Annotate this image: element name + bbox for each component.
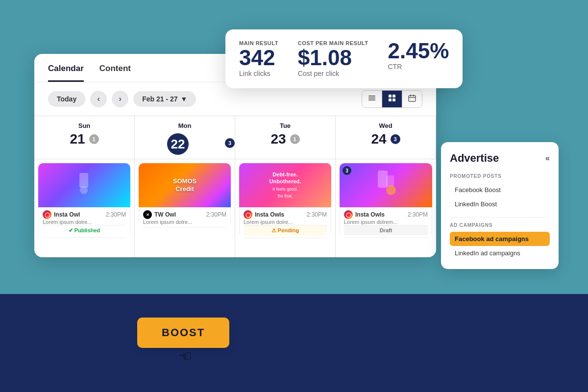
bg-strip xyxy=(0,294,588,392)
svg-rect-1 xyxy=(368,98,375,98)
post-name-wed: Insta Owls xyxy=(355,211,385,218)
adv-divider xyxy=(450,217,550,218)
range-button[interactable]: Feb 21 - 27 ▼ xyxy=(133,91,196,107)
post-info-sun: ◯ Insta Owl 2:30PM Lorem ipsum dolre... … xyxy=(38,207,130,238)
tw-icon-mon: ✕ xyxy=(143,210,152,219)
ig-icon-wed: ◯ xyxy=(344,210,353,219)
post-card-mon[interactable]: SOMOSCredit ✕ TW Owl 2:30PM Lorem ipsum … xyxy=(139,163,231,227)
day-posts-wed: 3 ◯ Insta Owls 2:30PM Lorem ipsum dolrem… xyxy=(336,159,436,257)
post-thumb-wed: 3 xyxy=(340,163,432,207)
day-header-mon: Mon 22 3 xyxy=(135,116,235,159)
day-count-sun: 1 xyxy=(89,134,99,144)
advertise-panel: Advertise « PROMOTED POSTS Facebook Boos… xyxy=(441,142,559,269)
stat-cost-value: $1.08 xyxy=(298,47,368,69)
adv-item-facebook-boost[interactable]: Facebook Boost xyxy=(450,183,550,197)
post-badge-wed: 3 xyxy=(343,166,351,175)
day-header-sun: Sun 21 1 xyxy=(34,116,135,159)
post-time-mon: 2:30PM xyxy=(206,211,226,218)
stat-cost: COST PER MAIN RESULT $1.08 Cost per clic… xyxy=(298,40,368,77)
today-button[interactable]: Today xyxy=(48,91,85,107)
ad-campaigns-label: AD CAMPAIGNS xyxy=(450,222,550,228)
range-label: Feb 21 - 27 xyxy=(142,95,177,103)
svg-point-12 xyxy=(80,186,88,194)
view-list-button[interactable] xyxy=(362,91,382,107)
day-posts-sun: ◯ Insta Owl 2:30PM Lorem ipsum dolre... … xyxy=(34,159,135,257)
stat-cost-sub: Cost per click xyxy=(298,70,368,77)
svg-rect-3 xyxy=(389,95,392,98)
svg-rect-4 xyxy=(392,95,395,98)
day-name-tue: Tue xyxy=(235,122,335,129)
svg-rect-6 xyxy=(392,98,395,101)
post-info-tue: ◯ Insta Owls 2:30PM Lorem ipsum dolre...… xyxy=(239,207,331,238)
next-button[interactable]: › xyxy=(112,91,128,107)
boost-button[interactable]: BOOST xyxy=(137,318,229,348)
post-time-tue: 2:30PM xyxy=(307,211,327,218)
day-count-mon: 3 xyxy=(225,138,235,148)
svg-rect-11 xyxy=(79,173,88,188)
post-desc-tue: Lorem ipsum dolre... xyxy=(244,219,327,225)
range-arrow: ▼ xyxy=(181,95,188,103)
day-count-wed: 3 xyxy=(391,134,400,144)
svg-rect-5 xyxy=(389,98,392,101)
adv-item-linkedin-boost[interactable]: LinkedIn Boost xyxy=(450,197,550,211)
day-num-wed: 24 xyxy=(371,131,386,147)
post-status-wed: Draft xyxy=(344,225,428,235)
post-status-tue: ⚠ Pending xyxy=(244,225,327,236)
adv-item-linkedin-campaigns[interactable]: LinkedIn ad campaigns xyxy=(450,246,550,260)
svg-point-14 xyxy=(386,185,396,195)
post-name-tue: Insta Owls xyxy=(255,211,284,218)
post-status-sun: ✔ Published xyxy=(43,225,126,236)
svg-rect-0 xyxy=(368,96,375,97)
post-desc-sun: Lorem ipsum dolre... xyxy=(43,219,126,225)
stat-ctr-sub: CTR xyxy=(388,63,449,71)
stat-main-sub: Link clicks xyxy=(239,70,278,77)
stat-main-value: 342 xyxy=(239,47,278,69)
svg-rect-15 xyxy=(386,175,394,186)
post-name-sun: Insta Owl xyxy=(54,211,80,218)
svg-rect-2 xyxy=(368,99,375,100)
svg-rect-7 xyxy=(409,96,416,101)
post-thumb-tue: Debt-free.Unbothered.It feels good.Be th… xyxy=(239,163,331,207)
day-header-tue: Tue 23 1 xyxy=(235,116,336,159)
day-num-tue: 23 xyxy=(270,131,286,147)
post-thumb-sun xyxy=(38,163,130,207)
day-num-sun: 21 xyxy=(70,131,85,147)
post-info-mon: ✕ TW Owl 2:30PM Lorem ipsum dolre... xyxy=(139,207,231,227)
prev-button[interactable]: ‹ xyxy=(90,91,107,107)
promoted-posts-label: PROMOTED POSTS xyxy=(450,173,550,179)
stat-ctr-value: 2.45% xyxy=(388,40,449,62)
svg-rect-10 xyxy=(413,95,414,97)
view-calendar-button[interactable] xyxy=(402,91,422,107)
post-meta-tue: ◯ Insta Owls 2:30PM xyxy=(244,210,327,219)
post-card-wed[interactable]: 3 ◯ Insta Owls 2:30PM Lorem ipsum dolrem… xyxy=(340,163,432,238)
day-name-wed: Wed xyxy=(336,122,436,129)
day-num-mon: 22 xyxy=(167,133,189,155)
post-meta-sun: ◯ Insta Owl 2:30PM xyxy=(43,210,126,219)
day-posts-mon: SOMOSCredit ✕ TW Owl 2:30PM Lorem ipsum … xyxy=(135,159,235,257)
stat-ctr: 2.45% CTR xyxy=(388,40,449,71)
post-info-wed: ◯ Insta Owls 2:30PM Lorem ipsum dolrem..… xyxy=(340,207,432,238)
view-toggle xyxy=(362,90,422,108)
view-grid-button[interactable] xyxy=(382,91,402,107)
post-desc-wed: Lorem ipsum dolrem... xyxy=(344,219,428,225)
advertise-header: Advertise « xyxy=(450,152,550,165)
stats-card: MAIN RESULT 342 Link clicks COST PER MAI… xyxy=(225,29,463,88)
adv-item-facebook-campaigns[interactable]: Facebook ad campaigns xyxy=(450,232,550,246)
thumb-label-mon: SOMOSCredit xyxy=(173,177,196,193)
post-meta-mon: ✕ TW Owl 2:30PM xyxy=(143,210,226,219)
day-name-mon: Mon xyxy=(135,122,235,129)
post-time-wed: 2:30PM xyxy=(408,211,428,218)
svg-rect-9 xyxy=(410,95,411,97)
tab-content[interactable]: Content xyxy=(99,64,131,82)
day-header-wed: Wed 24 3 xyxy=(336,116,436,159)
post-thumb-mon: SOMOSCredit xyxy=(139,163,231,207)
post-meta-wed: ◯ Insta Owls 2:30PM xyxy=(344,210,428,219)
post-card-sun[interactable]: ◯ Insta Owl 2:30PM Lorem ipsum dolre... … xyxy=(38,163,130,238)
tab-calendar[interactable]: Calendar xyxy=(48,64,84,82)
ig-icon-tue: ◯ xyxy=(244,210,252,219)
day-count-tue: 1 xyxy=(290,134,300,144)
post-card-tue[interactable]: Debt-free.Unbothered.It feels good.Be th… xyxy=(239,163,331,238)
advertise-title: Advertise xyxy=(450,152,499,165)
post-desc-mon: Lorem ipsum dolre... xyxy=(143,219,226,225)
advertise-collapse-button[interactable]: « xyxy=(545,154,550,163)
